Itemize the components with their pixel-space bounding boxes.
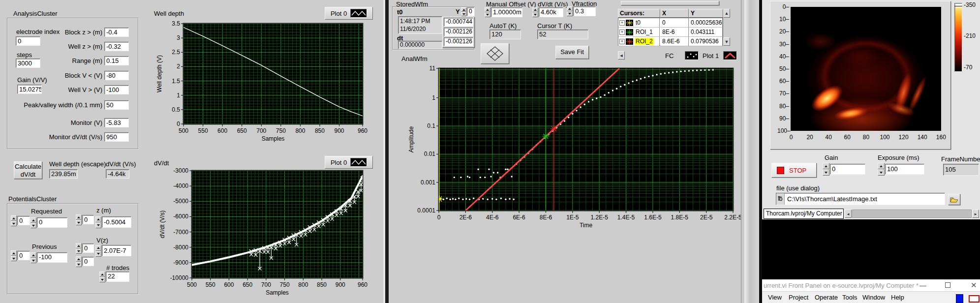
cursor-crosshair-icon: [626, 29, 633, 35]
cursors-header[interactable]: Cursors:: [618, 9, 660, 18]
toolbar-blue-icon[interactable]: [956, 294, 963, 303]
tab-scroll-right-button[interactable]: ▸: [972, 210, 979, 218]
menu-tools[interactable]: Tools: [842, 294, 857, 301]
stop-button[interactable]: STOP: [771, 163, 817, 178]
manual-offset-field[interactable]: 1.00000m: [491, 7, 522, 17]
z-index-field[interactable]: 0: [82, 215, 94, 224]
color-scale-min-label: -70: [964, 64, 972, 71]
vfraction-field[interactable]: 0.3: [573, 6, 596, 16]
trodes-field[interactable]: 22: [106, 272, 129, 282]
fit-dvdt-field[interactable]: 4.60k: [539, 7, 563, 17]
cursor-scroll-up-button[interactable]: ▲: [723, 9, 730, 18]
cursors-x-header[interactable]: X: [660, 9, 689, 18]
exposure-field[interactable]: 100: [885, 164, 924, 175]
block-z-field[interactable]: -0.4: [104, 28, 129, 37]
vz-index-field[interactable]: 0: [82, 243, 94, 253]
svg-text:2E-6: 2E-6: [459, 214, 472, 221]
well-z-field[interactable]: -0.32: [104, 42, 129, 51]
manual-offset-spinner[interactable]: [485, 7, 490, 17]
vfraction-spinner[interactable]: [567, 6, 573, 16]
z-field[interactable]: -0.5004: [102, 216, 131, 228]
file-path-field[interactable]: ℔ C:\VIs\Thorcam\LatestImage.txt: [776, 193, 945, 205]
svg-text:850: 850: [315, 127, 325, 134]
previous-spinner[interactable]: [31, 252, 36, 263]
menu-view[interactable]: View: [768, 294, 782, 301]
monitor-v-field[interactable]: -5.83: [104, 118, 129, 127]
window-title-bar[interactable]: urrent.vi Front Panel on e-source.lvproj…: [762, 279, 980, 292]
maximize-button[interactable]: [945, 282, 950, 288]
cursor-y-value: 0.043111: [689, 28, 723, 37]
calculate-dvdt-button[interactable]: CalculatedV/dt: [14, 161, 42, 179]
menu-project[interactable]: Project: [789, 294, 808, 301]
row-expander-icon[interactable]: +: [619, 39, 625, 44]
camera-tick-label: 40–: [777, 53, 789, 60]
row-expander-icon[interactable]: +: [619, 20, 625, 26]
cursor-scroll-left-button[interactable]: ◄: [618, 51, 625, 60]
minimize-button[interactable]: —: [919, 281, 926, 289]
cursor-y-value: 0.00025636: [689, 18, 723, 28]
trodes-spinner[interactable]: [99, 272, 105, 282]
tab-scroll-left-button[interactable]: ◂: [845, 210, 852, 218]
block-v-field[interactable]: -80: [104, 71, 129, 80]
camera-tick-label: 0: [784, 134, 798, 141]
previous-index-spinner[interactable]: [11, 250, 17, 261]
fit-dvdt-spinner[interactable]: [532, 7, 538, 17]
vz-spinner[interactable]: [95, 245, 101, 257]
z-spinner[interactable]: [95, 216, 101, 228]
cursors-y-header[interactable]: Y: [689, 9, 723, 18]
requested-index-field[interactable]: 0: [17, 216, 30, 225]
previous-field[interactable]: -100: [37, 252, 67, 263]
cursor-mover-button[interactable]: [481, 43, 509, 64]
well-depth-escape-value: 239.85m: [49, 169, 78, 179]
previous-index-field[interactable]: 0: [17, 251, 30, 260]
vz-field[interactable]: 2.07E-7: [102, 245, 131, 256]
camera-tick-label: 20: [802, 134, 817, 141]
requested-spinner[interactable]: [31, 217, 36, 228]
tab-scrollbar-track[interactable]: [852, 210, 972, 218]
color-scale-bar[interactable]: [954, 3, 962, 72]
cursor-name[interactable]: ROI_2: [635, 38, 654, 45]
vz-index2-field[interactable]: 0: [82, 257, 94, 266]
thermal-camera-image[interactable]: [791, 7, 941, 131]
menu-help[interactable]: Help: [891, 294, 904, 301]
peak-valley-width-field[interactable]: 50: [104, 100, 129, 110]
fc-dots-icon[interactable]: [685, 51, 699, 60]
monitor-dvdt-field[interactable]: 950: [104, 132, 129, 142]
cursor-name[interactable]: ROI_1: [635, 29, 654, 35]
svg-text:-5000: -5000: [173, 198, 188, 205]
range-field[interactable]: 0.15: [104, 56, 129, 65]
analwfm-graph[interactable]: 02E-64E-66E-68E-61E-51.2E-51.4E-51.6E-51…: [389, 62, 744, 234]
cursor-scroll-down-button[interactable]: ▼: [723, 37, 730, 46]
svg-text:-3000: -3000: [173, 167, 188, 174]
cursor-table-row[interactable]: +t0: [618, 18, 660, 28]
cursor-table-row[interactable]: +ROI_1: [618, 28, 660, 37]
cursor-x-value: 0: [660, 18, 689, 28]
y-index-field[interactable]: 0: [467, 7, 474, 16]
cursor-table-row[interactable]: +ROI_2: [618, 37, 660, 46]
dvdt-graph[interactable]: 500550600650700750800850900960-10000-900…: [148, 165, 374, 303]
exposure-spinner[interactable]: [878, 163, 885, 176]
close-button[interactable]: ✕: [971, 281, 977, 290]
requested-field[interactable]: 0: [37, 217, 67, 228]
camera-gain-spinner[interactable]: [823, 163, 829, 176]
row-expander-icon[interactable]: +: [619, 30, 625, 35]
y-index-spinner[interactable]: [461, 7, 466, 16]
middle-window-scroll-strip[interactable]: [741, 0, 744, 303]
well-depth-graph[interactable]: 50055060065070075080085090096000.511.522…: [148, 17, 374, 149]
save-fit-button[interactable]: Save Fit: [555, 46, 589, 59]
plot1-line-icon[interactable]: [723, 51, 737, 60]
z-index-spinner[interactable]: [76, 214, 82, 225]
well-v-field[interactable]: -100: [104, 85, 129, 94]
toolbar-red-icon[interactable]: [969, 295, 980, 303]
vz-index2-spinner[interactable]: [76, 256, 82, 267]
camera-gain-field[interactable]: 0: [830, 164, 865, 175]
requested-index-spinner[interactable]: [11, 215, 17, 226]
cursor-name[interactable]: t0: [635, 19, 642, 26]
menu-window[interactable]: Window: [862, 294, 885, 301]
camera-tick-label: 10–: [777, 16, 789, 23]
target-tab[interactable]: Thorcam.lvproj/My Computer: [764, 209, 844, 219]
svg-text:800: 800: [298, 281, 308, 288]
browse-folder-button[interactable]: [948, 194, 960, 205]
vz-index-spinner[interactable]: [76, 243, 82, 254]
menu-operate[interactable]: Operate: [815, 294, 838, 301]
